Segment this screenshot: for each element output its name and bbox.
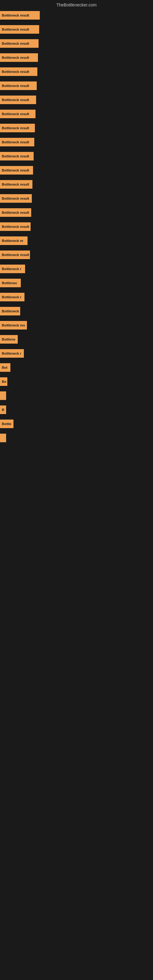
bottleneck-bar: Bottleneck result [0,166,33,175]
bar-row: Bottleneck result [0,93,153,107]
bar-row: Bottleneck result [0,79,153,92]
bottleneck-bar: Bottleneck r [0,293,24,301]
bottleneck-bar: Bottleneck result [0,53,38,62]
bar-row: Bottleneck r [0,290,153,304]
bottleneck-label: Bottleneck result [2,98,29,102]
bottleneck-bar: Bottleneck result [0,95,36,104]
bottleneck-bar: Bottleneck result [0,25,39,34]
bottleneck-bar: Bottleneck res [0,321,27,329]
bar-row: Bottlene [0,332,153,346]
bottleneck-label: Bottleneck result [2,169,29,172]
bottleneck-bar: Bottleneck result [0,180,32,189]
bar-row: Bottleneck result [0,9,153,22]
bar-row: B [0,403,153,417]
bottleneck-label: Bottleneck result [2,56,29,59]
bar-row [0,389,153,402]
bar-row: Bottleneck result [0,65,153,78]
bar-row: Bottleneck [0,304,153,318]
bottleneck-bar: Bottleneck result [0,110,35,118]
bar-row: Bottleneck result [0,51,153,64]
bar-row [0,445,153,459]
bottleneck-label: Bottleneck result [2,27,29,31]
bar-row [0,516,153,529]
bottleneck-bar: Bot [0,363,10,372]
bar-row [0,460,153,473]
bar-row: Bottle [0,417,153,431]
bottleneck-bar: Bottleneck result [0,222,30,231]
bottleneck-label: Bottleneck result [2,41,29,45]
bottleneck-label: Bottleneck result [2,140,29,144]
bar-row: Bottleneck result [0,248,153,261]
bottleneck-label: Bottleneck result [2,84,29,88]
bar-row: Bottleneck result [0,135,153,149]
bottleneck-bar: Bottleneck r [0,265,25,273]
bottleneck-bar: Bottleneck result [0,67,37,76]
bottleneck-label: Bottleneck result [2,154,29,158]
bottleneck-bar: B [0,406,6,414]
bottleneck-bar: Bottleneck result [0,138,34,146]
bar-row: Bottleneck re [0,234,153,247]
bottleneck-bar: Bottlene [0,335,18,344]
bars-container: Bottleneck resultBottleneck resultBottle… [0,9,153,571]
bar-row: Bo [0,375,153,388]
bottleneck-bar: Bo [0,377,7,386]
bottleneck-bar: Bottleneck [0,307,20,315]
bar-row: Bottleneck res [0,318,153,332]
bar-row: Bottleneck r [0,347,153,360]
bottleneck-label: Bo [2,380,6,383]
bottleneck-label: Bottleneck re [2,239,23,243]
bottleneck-label: Bottleneck result [2,225,29,229]
bottleneck-bar: Bottleneck r [0,349,24,358]
bar-row: Bottleneck result [0,37,153,50]
bottleneck-bar: Bottleneck result [0,208,31,217]
bar-row: Bottleneck r [0,262,153,275]
bar-row [0,544,153,557]
bar-row: Bot [0,361,153,374]
bar-row [0,558,153,571]
bar-row: Bottleneck result [0,164,153,177]
bottleneck-bar [0,391,6,400]
bar-row: Bottleneck result [0,121,153,135]
bar-row: Bottleneck result [0,178,153,191]
bar-row: Bottleneck result [0,206,153,219]
bottleneck-label: Bottleneck r [2,267,21,271]
bottleneck-label: Bottleneck result [2,253,29,257]
bar-row [0,530,153,543]
bottleneck-bar: Bottle [0,420,13,428]
bottleneck-label: Bottleneck result [2,126,29,130]
bottleneck-label: Bottleneck r [2,295,21,299]
bottleneck-bar: Bottlenec [0,279,21,287]
bar-row: Bottlenec [0,276,153,290]
bar-row: Bottleneck result [0,220,153,233]
bottleneck-bar [0,434,6,442]
bottleneck-label: B [2,408,4,412]
bottleneck-label: Bottlenec [2,281,17,285]
bottleneck-label: Bottleneck result [2,183,29,186]
bar-row: Bottleneck result [0,23,153,36]
bar-row: Bottleneck result [0,107,153,121]
bar-row [0,431,153,445]
bar-row [0,488,153,501]
bottleneck-bar: Bottleneck result [0,152,33,161]
bottleneck-label: Bot [2,366,7,369]
site-title: TheBottlenecker.com [0,0,153,9]
bottleneck-label: Bottleneck result [2,112,29,116]
bottleneck-bar: Bottleneck re [0,236,27,245]
bottleneck-bar: Bottleneck result [0,194,32,203]
bottleneck-bar: Bottleneck result [0,81,37,90]
bottleneck-label: Bottleneck result [2,197,29,200]
bottleneck-bar: Bottleneck result [0,250,30,259]
bottleneck-label: Bottleneck result [2,70,29,73]
bottleneck-label: Bottleneck res [2,323,25,327]
bottleneck-bar: Bottleneck result [0,124,35,132]
bottleneck-label: Bottlene [2,337,15,341]
bottleneck-label: Bottleneck r [2,352,21,355]
bar-row [0,474,153,487]
bottleneck-label: Bottle [2,422,11,426]
bottleneck-label: Bottleneck [2,309,19,313]
bottleneck-bar: Bottleneck result [0,39,38,48]
bottleneck-bar: Bottleneck result [0,11,40,20]
bar-row: Bottleneck result [0,150,153,163]
bar-row [0,502,153,515]
bottleneck-label: Bottleneck result [2,13,29,17]
